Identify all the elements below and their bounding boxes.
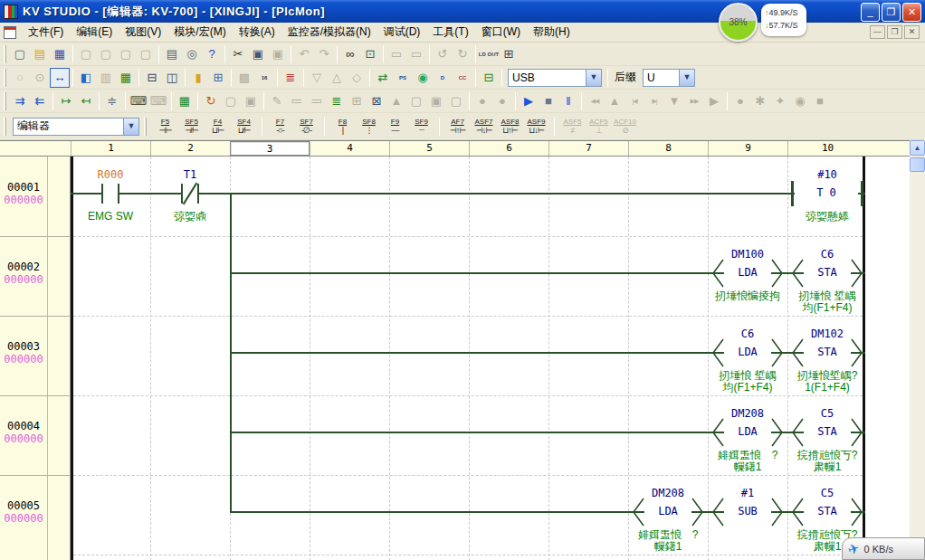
menu-item-8[interactable]: 窗口(W)	[475, 23, 527, 42]
open-folder-icon[interactable]: ▤	[30, 44, 50, 64]
suffix-combo[interactable]: U▼	[643, 69, 695, 87]
menu-item-5[interactable]: 监控器/模拟器(N)	[281, 23, 377, 42]
keyboard-edit-icon[interactable]: ⌨	[129, 91, 148, 111]
tile-horizontal-icon[interactable]: ⊟	[142, 68, 162, 88]
column-header-2[interactable]: 2	[150, 141, 230, 156]
project-window-icon[interactable]: ◧	[76, 68, 96, 88]
port-combo[interactable]: USB▼	[508, 69, 602, 87]
fkey-f5-button[interactable]: F5⊣⊢	[152, 116, 178, 138]
menu-item-7[interactable]: 工具(T)	[426, 23, 474, 42]
instruction-mnemonic[interactable]: STA	[804, 505, 851, 517]
fkey-sf8-button[interactable]: SF8⋮	[356, 116, 382, 138]
contact-bar[interactable]	[181, 184, 183, 204]
watch-list-icon[interactable]: ≣	[327, 91, 347, 111]
tile-vertical-icon[interactable]: ◫	[162, 68, 182, 88]
chevron-down-icon[interactable]: ▼	[679, 70, 694, 86]
menu-item-6[interactable]: 调试(D)	[377, 23, 427, 42]
instruction-bracket-right[interactable]	[770, 417, 785, 448]
fkey-asf8-button[interactable]: ASF8⊔↑⊢	[497, 116, 523, 138]
restore-button[interactable]: ❐	[882, 3, 901, 22]
mdi-restore-button[interactable]: ❐	[887, 25, 902, 39]
toolbar-gripper[interactable]	[144, 118, 147, 136]
instruction-mnemonic[interactable]: STA	[804, 425, 851, 438]
menu-item-0[interactable]: 文件(F)	[22, 23, 70, 42]
fkey-f9-button[interactable]: F9—	[382, 116, 408, 138]
fit-width-icon[interactable]: ↔	[50, 68, 70, 88]
instruction-bracket-left[interactable]	[710, 337, 725, 368]
column-header-10[interactable]: 10	[787, 141, 867, 156]
column-header-9[interactable]: 9	[708, 141, 787, 156]
play-icon[interactable]: ▶	[519, 91, 539, 111]
download-speed-widget[interactable]: ✈ 0 KB/s	[842, 537, 925, 560]
save-icon[interactable]: ▦	[50, 44, 70, 64]
transfer-ps-icon[interactable]: PS	[393, 68, 413, 88]
find-icon[interactable]: ∞	[340, 44, 360, 64]
menu-item-4[interactable]: 转换(A)	[233, 23, 281, 42]
instruction-bracket-left[interactable]	[790, 417, 805, 448]
transfer-cd-icon[interactable]: ◉	[413, 68, 433, 88]
column-header-1[interactable]: 1	[71, 141, 150, 156]
instruction-bar[interactable]	[791, 181, 794, 206]
instruction-mnemonic[interactable]: LDA	[724, 425, 771, 438]
instruction-mnemonic[interactable]: LDA	[724, 346, 771, 358]
fkey-sf7-button[interactable]: SF7-∅-	[293, 116, 319, 138]
toolbar-gripper[interactable]	[4, 69, 6, 87]
document-icon[interactable]	[4, 26, 16, 39]
contact-bar[interactable]	[118, 184, 119, 204]
instruction-mnemonic[interactable]: SUB	[724, 505, 771, 517]
scrollbar-thumb[interactable]	[910, 157, 925, 172]
refresh-icon[interactable]: ↻	[201, 91, 221, 111]
stop-icon[interactable]: ■	[539, 91, 558, 111]
fkey-sf4-button[interactable]: SF4⊔∕⊢	[231, 116, 257, 138]
column-header-3[interactable]: 3	[230, 141, 310, 156]
read-from-plc-icon[interactable]: ⇇	[30, 91, 50, 111]
column-header-4[interactable]: 4	[310, 141, 389, 156]
contact-bar[interactable]	[101, 184, 103, 204]
instruction-bracket-left[interactable]	[790, 337, 805, 368]
column-header-5[interactable]: 5	[389, 141, 469, 156]
minimize-button[interactable]: _	[861, 3, 880, 22]
menu-item-2[interactable]: 视图(V)	[119, 23, 167, 42]
fkey-asf9-button[interactable]: ASF9⊔↓⊢	[523, 116, 549, 138]
instruction-bracket-right[interactable]	[770, 337, 785, 368]
instruction-bracket-right[interactable]	[850, 337, 864, 368]
chevron-down-icon[interactable]: ▼	[586, 70, 601, 86]
reference-book-icon[interactable]: ▮	[188, 68, 208, 88]
vertical-scrollbar[interactable]: ▲	[910, 140, 925, 560]
ld-out-list-icon[interactable]: LD OUT	[479, 44, 499, 64]
help-icon[interactable]: ?	[202, 44, 222, 64]
cut-icon[interactable]: ✂	[228, 44, 248, 64]
fkey-af7-button[interactable]: AF7⊣↑⊢	[444, 116, 471, 138]
find-jump-icon[interactable]: ⊡	[360, 44, 380, 64]
instruction-bracket-left[interactable]	[631, 497, 645, 527]
instruction-bracket-right[interactable]	[850, 258, 864, 289]
instruction-bracket-right[interactable]	[850, 417, 864, 448]
write-plc-icon[interactable]: ↦	[56, 91, 76, 111]
instruction-bracket-left[interactable]	[790, 258, 805, 289]
instruction-bracket-left[interactable]	[790, 497, 805, 527]
mdi-minimize-button[interactable]: —	[870, 25, 885, 39]
instruction-mnemonic[interactable]: LDA	[644, 505, 691, 517]
net-gauge-widget[interactable]: 38%	[719, 3, 758, 42]
monitor-mode-icon[interactable]: ▦	[175, 91, 195, 111]
copy-icon[interactable]: ▣	[248, 44, 268, 64]
column-header-6[interactable]: 6	[469, 141, 548, 156]
editor-window-icon[interactable]: ▦	[116, 68, 136, 88]
instruction-bracket-right[interactable]	[770, 497, 785, 527]
instruction-bracket-right[interactable]	[850, 497, 864, 527]
contact-bar[interactable]	[197, 184, 199, 204]
instruction-bracket-right[interactable]	[691, 497, 705, 527]
column-header-7[interactable]: 7	[548, 141, 628, 156]
toolbar-gripper[interactable]	[4, 45, 6, 63]
menu-item-1[interactable]: 编辑(E)	[70, 23, 119, 42]
unit-rack-icon[interactable]: ≣	[281, 68, 300, 88]
column-header-8[interactable]: 8	[628, 141, 708, 156]
instruction-mnemonic[interactable]: STA	[804, 266, 851, 279]
monitor-setup-icon[interactable]: ⊟	[479, 68, 499, 88]
mode-combo[interactable]: 编辑器 ▼	[13, 118, 139, 136]
mdi-close-button[interactable]: ✕	[904, 25, 920, 39]
read-plc-icon[interactable]: ↤	[76, 91, 96, 111]
toolbar-gripper[interactable]	[4, 118, 6, 136]
toolbar-gripper[interactable]	[4, 92, 6, 110]
transfer-pc-plc-icon[interactable]: ⇄	[373, 68, 393, 88]
